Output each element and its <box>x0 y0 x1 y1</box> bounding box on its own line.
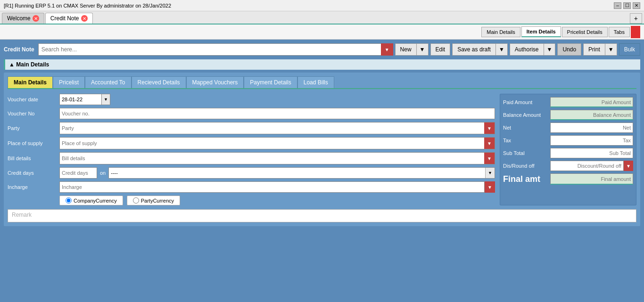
final-amt-label: Final amt <box>503 174 550 184</box>
sub-tab-mapped-vouchers[interactable]: Mapped Vouchers <box>186 76 244 88</box>
sub-tab-payment-details[interactable]: Payment Details <box>244 76 297 88</box>
place-of-supply-label: Place of supply <box>8 140 59 146</box>
authorise-dropdown-arrow[interactable]: ▼ <box>544 43 556 56</box>
sub-tab-main-details[interactable]: Main Details <box>8 76 53 88</box>
bill-details-dropdown-btn[interactable]: ▼ <box>484 153 495 164</box>
sub-total-input[interactable] <box>550 148 633 158</box>
search-dropdown-btn[interactable]: ▼ <box>381 43 393 56</box>
place-of-supply-dropdown-btn[interactable]: ▼ <box>484 138 495 149</box>
print-button[interactable]: Print <box>583 43 605 56</box>
paid-amount-input[interactable] <box>550 97 633 107</box>
form-right: Paid Amount Balance Amount Net Tax <box>500 94 636 205</box>
tab-welcome[interactable]: Welcome ✕ <box>2 13 44 24</box>
place-of-supply-input[interactable] <box>60 138 484 149</box>
toolbar: Credit Note ▼ New ▼ Edit Save as draft ▼… <box>4 43 640 56</box>
minimize-button[interactable]: – <box>614 2 621 9</box>
final-amt-input[interactable] <box>550 173 633 185</box>
window-controls: – ☐ ✕ <box>614 2 640 9</box>
credit-on-input[interactable] <box>109 169 485 177</box>
voucher-no-input[interactable] <box>59 108 495 119</box>
edit-button[interactable]: Edit <box>430 43 451 56</box>
party-dropdown-btn[interactable]: ▼ <box>484 122 495 134</box>
sub-tab-pricelist[interactable]: Pricelist <box>53 76 85 88</box>
search-container: ▼ <box>38 43 393 56</box>
undo-button[interactable]: Undo <box>557 43 581 56</box>
voucher-date-arrow[interactable]: ▼ <box>102 94 110 105</box>
save-as-draft-button[interactable]: Save as draft <box>452 43 495 56</box>
bulk-button[interactable]: Bulk <box>619 43 640 56</box>
remark-placeholder: Remark <box>12 212 32 218</box>
tab-add-button[interactable]: + <box>630 13 642 24</box>
dis-round-input[interactable] <box>550 161 624 171</box>
save-draft-btn-group: Save as draft ▼ <box>452 43 508 56</box>
tabs-tab-btn[interactable]: Tabs <box>609 27 630 37</box>
tab-bar: Welcome ✕ Credit Note ✕ + <box>0 11 644 24</box>
credit-days-group: on ▼ <box>59 167 495 179</box>
sub-tab-recieved-details[interactable]: Recieved Details <box>132 76 186 88</box>
main-details-tab-btn[interactable]: Main Details <box>481 27 520 37</box>
form-left: Voucher date ▼ Voucher No Party <box>8 94 495 205</box>
tab-welcome-close[interactable]: ✕ <box>33 15 39 22</box>
close-button[interactable]: ✕ <box>633 2 640 9</box>
balance-amount-input[interactable] <box>550 110 633 120</box>
new-button[interactable]: New <box>395 43 416 56</box>
content-area: Main Details Pricelist Accounted To Reci… <box>4 73 640 226</box>
tax-label: Tax <box>503 138 550 143</box>
credit-days-label: Credit days <box>8 170 59 176</box>
voucher-no-row: Voucher No <box>8 108 495 119</box>
net-input[interactable] <box>550 122 633 133</box>
bill-details-row: Bill details ▼ <box>8 152 495 164</box>
section-header: ▲ Main Details <box>4 59 640 70</box>
search-input[interactable] <box>38 43 393 56</box>
party-input[interactable] <box>60 122 484 134</box>
sub-tab-load-bills[interactable]: Load Bills <box>297 76 334 88</box>
incharge-dropdown-btn[interactable]: ▼ <box>485 181 495 193</box>
tax-input[interactable] <box>550 135 633 146</box>
pricelist-details-tab-btn[interactable]: Pricelist Details <box>562 27 608 37</box>
place-of-supply-select: ▼ <box>59 137 495 149</box>
item-details-tab-btn[interactable]: Item Details <box>521 26 561 37</box>
incharge-group: ▼ <box>59 181 495 193</box>
remark-bar: Remark <box>8 209 636 222</box>
company-currency-label: CompanyCurrency <box>74 198 117 204</box>
form-layout: Voucher date ▼ Voucher No Party <box>8 94 636 205</box>
authorise-button[interactable]: Authorise <box>510 43 544 56</box>
tab-welcome-label: Welcome <box>7 15 31 22</box>
place-of-supply-row: Place of supply ▼ <box>8 137 495 149</box>
tab-credit-note-close[interactable]: ✕ <box>81 15 88 22</box>
print-dropdown-arrow[interactable]: ▼ <box>605 43 617 56</box>
sub-tab-accounted-to[interactable]: Accounted To <box>85 76 132 88</box>
party-label: Party <box>8 125 59 131</box>
dis-round-label: Dis/Round off <box>503 163 550 169</box>
credit-days-input[interactable] <box>59 167 97 179</box>
party-currency-option[interactable]: PartyCurrency <box>127 196 180 205</box>
on-label: on <box>100 170 106 176</box>
new-dropdown-arrow[interactable]: ▼ <box>416 43 429 56</box>
party-currency-radio[interactable] <box>133 197 139 204</box>
bill-details-label: Bill details <box>8 155 59 161</box>
bill-details-input[interactable] <box>60 153 484 164</box>
main-content: Credit Note ▼ New ▼ Edit Save as draft ▼… <box>0 40 644 302</box>
party-select: ▼ <box>59 122 495 134</box>
voucher-date-label: Voucher date <box>8 97 59 102</box>
save-draft-dropdown-arrow[interactable]: ▼ <box>495 43 508 56</box>
paid-amount-row: Paid Amount <box>503 97 633 107</box>
incharge-input[interactable] <box>59 181 485 193</box>
dis-round-dropdown-btn[interactable]: ▼ <box>624 161 633 171</box>
red-indicator <box>631 26 640 38</box>
company-currency-option[interactable]: CompanyCurrency <box>59 196 123 205</box>
balance-amount-row: Balance Amount <box>503 110 633 120</box>
credit-on-arrow[interactable]: ▼ <box>485 168 495 178</box>
toolbar-label: Credit Note <box>4 46 34 53</box>
sub-total-row: Sub Total <box>503 148 633 158</box>
sub-total-label: Sub Total <box>503 150 550 156</box>
restore-button[interactable]: ☐ <box>623 2 631 9</box>
company-currency-radio[interactable] <box>66 197 72 204</box>
sub-tabs: Main Details Pricelist Accounted To Reci… <box>8 76 636 89</box>
voucher-date-input[interactable] <box>59 94 102 105</box>
tab-credit-note[interactable]: Credit Note ✕ <box>45 13 93 24</box>
title-text: [R1] Running ERP 5.1 on CMAX Server By a… <box>4 3 171 8</box>
incharge-label: Incharge <box>8 184 59 190</box>
final-amt-row: Final amt <box>503 173 633 185</box>
print-btn-group: Print ▼ <box>583 43 617 56</box>
